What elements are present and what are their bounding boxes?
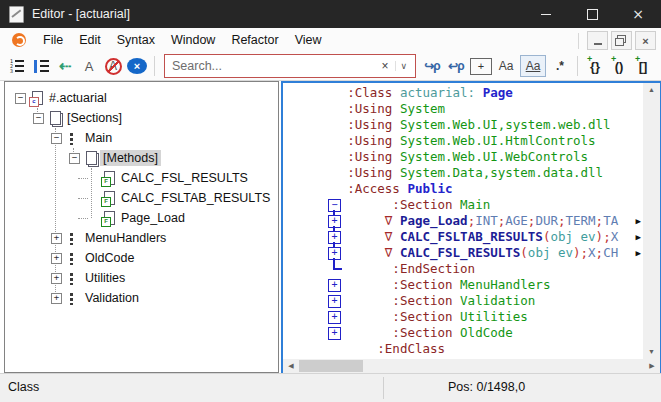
tree-row[interactable]: −[Methods]: [5, 148, 278, 168]
fold-expand-icon[interactable]: +: [328, 229, 342, 245]
regex-icon[interactable]: .*: [550, 56, 570, 76]
code-line-text: :Using System: [287, 101, 445, 117]
add-parens-icon[interactable]: (): [609, 56, 629, 76]
menu-file[interactable]: File: [35, 30, 71, 50]
code-editor-pane[interactable]: :Class actuarial: Page :Using System :Us…: [281, 81, 661, 375]
match-word-icon[interactable]: Aa: [520, 55, 546, 77]
mdi-close-icon[interactable]: ×: [635, 31, 656, 50]
search-dropdown-icon[interactable]: ∨: [395, 61, 415, 71]
tree-row[interactable]: +Validation: [5, 288, 278, 308]
tree-row[interactable]: FPage_Load: [5, 208, 278, 228]
vertical-scrollbar[interactable]: ▲ ▼: [643, 83, 660, 359]
code-line[interactable]: :Using System.Web.UI.HtmlControls: [283, 133, 643, 149]
tree-item-label[interactable]: CALC_FSLTAB_RESULTS: [118, 190, 273, 206]
tree-item-label[interactable]: CALC_FSL_RESULTS: [118, 170, 251, 186]
expand-toggle-icon[interactable]: +: [51, 233, 62, 244]
fold-collapse-icon[interactable]: −: [328, 197, 342, 213]
fold-expand-icon[interactable]: +: [328, 293, 342, 309]
add-braces-icon[interactable]: {}: [585, 56, 605, 76]
menu-syntax[interactable]: Syntax: [109, 30, 163, 50]
collapse-toggle-icon[interactable]: −: [69, 153, 80, 164]
mdi-minimize-icon[interactable]: [587, 31, 608, 50]
tree-item-label[interactable]: [Sections]: [64, 110, 125, 126]
code-line[interactable]: :Section MenuHandlers+: [283, 277, 643, 293]
search-prev-icon[interactable]: ↩ρ: [446, 56, 466, 76]
expand-toggle-icon[interactable]: +: [51, 273, 62, 284]
tree-row[interactable]: −Main: [5, 128, 278, 148]
code-line[interactable]: :Section OldCode+: [283, 325, 643, 341]
fold-expand-icon[interactable]: +: [328, 213, 342, 229]
code-line[interactable]: :Using System.Web.UI.WebControls: [283, 149, 643, 165]
fold-expand-icon[interactable]: +: [328, 309, 342, 325]
tree-row[interactable]: FCALC_FSL_RESULTS: [5, 168, 278, 188]
expand-box-icon[interactable]: +: [470, 58, 492, 75]
code-line[interactable]: :Section Main−: [283, 197, 643, 213]
code-line-text: :Using System.Data,system.data.dll: [287, 165, 603, 181]
tree-row[interactable]: FCALC_FSLTAB_RESULTS: [5, 188, 278, 208]
code-line[interactable]: :Using System: [283, 101, 643, 117]
fold-expand-icon[interactable]: +: [328, 325, 342, 341]
clear-search-icon[interactable]: ×: [127, 58, 147, 74]
tree-row[interactable]: −[Sections]: [5, 108, 278, 128]
code-line[interactable]: :EndSection: [283, 261, 643, 277]
code-line[interactable]: ∇ Page_Load;INT;AGE;DUR;TERM;TA+▶: [283, 213, 643, 229]
tree-item-label[interactable]: #.actuarial: [46, 90, 110, 106]
tree-item-label[interactable]: [Methods]: [100, 150, 161, 166]
method-icon: F: [102, 191, 116, 205]
tree-row[interactable]: +Utilities: [5, 268, 278, 288]
scroll-right-icon[interactable]: ▶: [646, 359, 658, 373]
collapse-toggle-icon[interactable]: −: [15, 93, 26, 104]
tree-item-label[interactable]: Validation: [82, 290, 142, 306]
code-line[interactable]: ∇ CALC_FSLTAB_RESULTS(obj ev);X+▶: [283, 229, 643, 245]
menu-edit[interactable]: Edit: [71, 30, 109, 50]
code-line[interactable]: :Using System.Data,system.data.dll: [283, 165, 643, 181]
tree-row[interactable]: +MenuHandlers: [5, 228, 278, 248]
menu-refactor[interactable]: Refactor: [223, 30, 286, 50]
code-line[interactable]: :Class actuarial: Page: [283, 85, 643, 101]
close-button[interactable]: ×: [615, 0, 661, 28]
horizontal-scrollbar[interactable]: ◀ ▶: [283, 359, 660, 373]
search-input[interactable]: [165, 59, 374, 73]
scroll-up-icon[interactable]: ▲: [643, 83, 660, 97]
search-clear-icon[interactable]: ×: [374, 59, 395, 73]
search-next-icon[interactable]: ↪ρ: [422, 56, 442, 76]
tree-item-label[interactable]: Page_Load: [118, 210, 188, 226]
code-line[interactable]: :Section Utilities+: [283, 309, 643, 325]
pages-icon: [84, 151, 98, 165]
menu-window[interactable]: Window: [163, 30, 223, 50]
tree-row[interactable]: +OldCode: [5, 248, 278, 268]
go-back-icon[interactable]: ⇠: [55, 56, 75, 76]
status-divider: [383, 377, 384, 399]
code-line[interactable]: :EndClass: [283, 341, 643, 357]
match-a-icon[interactable]: A: [79, 56, 99, 76]
outline-list-icon[interactable]: [31, 56, 51, 76]
menu-view[interactable]: View: [287, 30, 330, 50]
match-case-icon[interactable]: Aa: [496, 56, 516, 76]
add-brackets-icon[interactable]: []: [633, 56, 653, 76]
collapse-toggle-icon[interactable]: −: [33, 113, 44, 124]
tree-item-label[interactable]: MenuHandlers: [82, 230, 169, 246]
minimize-button[interactable]: [523, 0, 569, 28]
maximize-button[interactable]: [569, 0, 615, 28]
expand-toggle-icon[interactable]: +: [51, 253, 62, 264]
tree-item-label[interactable]: Main: [82, 130, 115, 146]
tree-item-label[interactable]: Utilities: [82, 270, 128, 286]
hscroll-thumb[interactable]: [299, 360, 363, 372]
code-line[interactable]: ∇ CALC_FSL_RESULTS(obj ev);X;CH+▶: [283, 245, 643, 261]
scroll-down-icon[interactable]: ▼: [643, 345, 660, 359]
line-numbers-icon[interactable]: [7, 56, 27, 76]
expand-toggle-icon[interactable]: +: [51, 293, 62, 304]
scroll-left-icon[interactable]: ◀: [285, 359, 297, 373]
code-line[interactable]: :Using System.Web.UI,system.web.dll: [283, 117, 643, 133]
tree-item-label[interactable]: OldCode: [82, 250, 137, 266]
tree-row[interactable]: −c#.actuarial: [5, 88, 278, 108]
pages-icon: [48, 111, 62, 125]
fold-expand-icon[interactable]: +: [328, 277, 342, 293]
no-match-a-icon[interactable]: A: [103, 56, 123, 76]
fold-collapse-icon[interactable]: [328, 261, 342, 277]
mdi-restore-icon[interactable]: [611, 31, 632, 50]
code-line[interactable]: :Section Validation+: [283, 293, 643, 309]
fold-expand-icon[interactable]: +: [328, 245, 342, 261]
code-line[interactable]: :Access Public: [283, 181, 643, 197]
collapse-toggle-icon[interactable]: −: [51, 133, 62, 144]
